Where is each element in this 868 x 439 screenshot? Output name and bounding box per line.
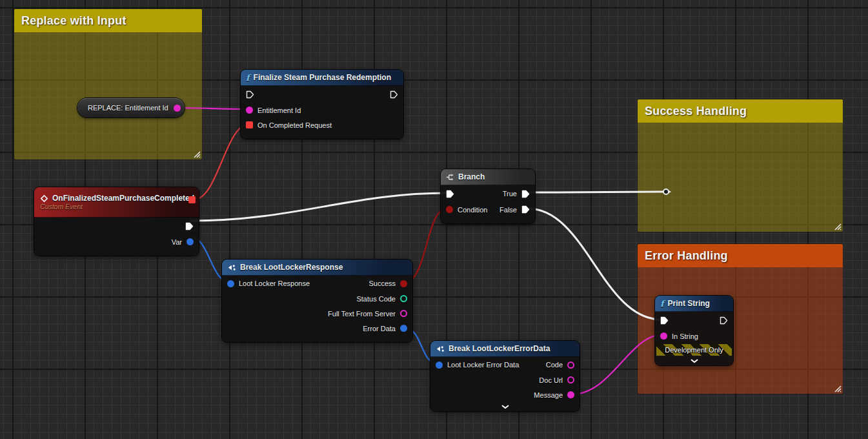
event-delegate-pin[interactable] (188, 196, 196, 203)
pin-label: Condition (458, 206, 487, 214)
development-only-banner: Development Only (656, 344, 732, 356)
event-icon (40, 194, 48, 203)
entitlement-id-pin[interactable] (246, 107, 253, 114)
node-title: Branch (458, 172, 485, 181)
pin-label: Entitlement Id (257, 107, 301, 114)
wire-branch-false-to-print[interactable] (528, 209, 661, 320)
exec-in-pin[interactable] (660, 316, 669, 325)
pin-label: Success (368, 280, 396, 287)
doc-url-pin[interactable] (567, 376, 574, 383)
on-completed-request-pin[interactable] (246, 121, 253, 128)
wire-branch-true-out[interactable] (528, 192, 663, 192)
node-branch[interactable]: Branch True Condition False (441, 169, 535, 223)
code-pin[interactable] (567, 362, 574, 369)
function-icon: f (246, 74, 250, 82)
node-finalize-steam-purchase-redemption[interactable]: f Finalize Steam Purchase Redemption Ent… (241, 70, 403, 139)
pin-label: Full Text From Server (328, 310, 396, 318)
node-on-finalized-steam-purchase-completed[interactable]: OnFinalizedSteamPurchaseCompleted Custom… (34, 187, 199, 256)
condition-pin[interactable] (446, 206, 453, 213)
loot-locker-response-pin[interactable] (227, 280, 234, 287)
pin-label: In String (672, 332, 698, 340)
exec-out-pin[interactable] (390, 90, 398, 99)
error-data-pin[interactable] (400, 325, 407, 332)
exec-out-pin[interactable] (720, 316, 728, 325)
wire-message-to-in-string[interactable] (571, 334, 663, 394)
pin-label: Code (546, 361, 563, 369)
break-struct-icon (436, 345, 445, 353)
exec-in-pin[interactable] (446, 190, 454, 198)
true-exec-pin[interactable] (521, 190, 530, 198)
expand-pins-chevron-icon[interactable] (655, 356, 733, 365)
node-title: Finalize Steam Purchase Redemption (254, 73, 391, 82)
in-string-pin[interactable] (660, 332, 667, 340)
node-header[interactable]: Break LootLockerErrorData (430, 341, 580, 357)
node-replace-entitlement-id[interactable]: REPLACE: Entitlement Id (77, 98, 185, 117)
success-pin[interactable] (400, 280, 407, 287)
pin-label: Loot Locker Error Data (447, 361, 519, 369)
pin-label: On Completed Request (257, 121, 332, 129)
pill-label: REPLACE: Entitlement Id (88, 104, 168, 112)
status-code-pin[interactable] (400, 295, 407, 302)
pin-label: Status Code (356, 295, 396, 303)
reroute-node[interactable] (663, 189, 669, 195)
pin-label: Message (534, 391, 563, 399)
pin-label: Doc Url (539, 376, 563, 384)
break-struct-icon (227, 263, 236, 272)
node-header[interactable]: Branch (441, 169, 535, 185)
full-text-from-server-pin[interactable] (400, 310, 407, 317)
node-title: Break LootLockerErrorData (449, 344, 550, 353)
pin-label: Var (172, 238, 182, 246)
node-title: Break LootLockerResponse (240, 263, 343, 272)
expand-pins-chevron-icon[interactable] (430, 402, 580, 411)
node-header[interactable]: f Finalize Steam Purchase Redemption (241, 70, 403, 86)
loot-locker-error-data-pin[interactable] (436, 362, 443, 369)
wire-event-exec-to-branch[interactable] (191, 193, 447, 221)
exec-out-pin[interactable] (185, 222, 194, 230)
pin-label: Loot Locker Response (239, 280, 310, 287)
var-out-pin[interactable] (187, 238, 194, 245)
node-break-lootlockererrordata[interactable]: Break LootLockerErrorData Loot Locker Er… (430, 341, 580, 411)
blueprint-canvas[interactable]: Replace with Input Success Handling Erro… (0, 0, 868, 439)
node-print-string[interactable]: f Print String In String Development Onl… (655, 296, 733, 365)
false-exec-pin[interactable] (521, 205, 530, 214)
pin-label: False (500, 206, 517, 214)
pin-label: Error Data (363, 325, 396, 332)
node-header[interactable]: OnFinalizedSteamPurchaseCompleted Custom… (34, 187, 199, 218)
entitlement-id-out-pin[interactable] (174, 105, 181, 112)
message-pin[interactable] (567, 391, 574, 398)
function-icon: f (660, 300, 664, 308)
pin-label: True (503, 190, 517, 198)
node-header[interactable]: Break LootLockerResponse (222, 260, 412, 276)
branch-icon (446, 173, 454, 181)
exec-in-pin[interactable] (246, 90, 254, 99)
node-header[interactable]: f Print String (655, 296, 733, 312)
node-subtitle: Custom Event (40, 203, 83, 210)
node-title: Print String (668, 299, 710, 308)
node-break-lootlockerresponse[interactable]: Break LootLockerResponse Loot Locker Res… (222, 260, 412, 342)
node-title: OnFinalizedSteamPurchaseCompleted (52, 194, 194, 203)
